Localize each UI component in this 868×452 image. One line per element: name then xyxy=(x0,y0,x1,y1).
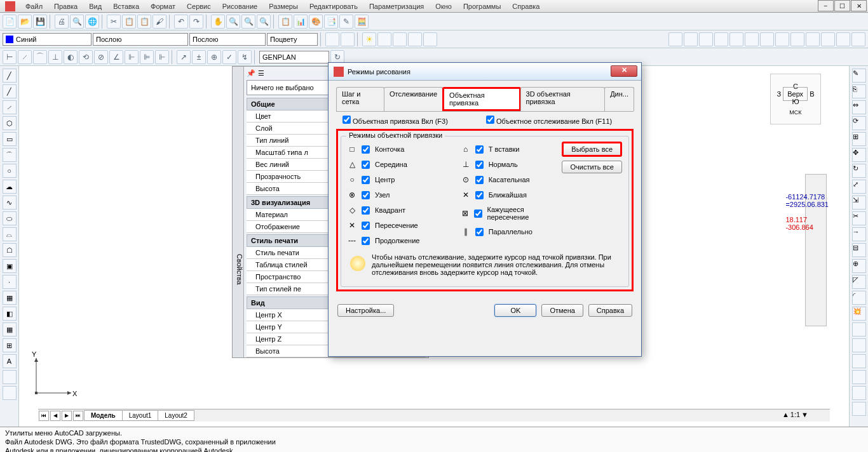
snap-r4-checkbox[interactable] xyxy=(474,209,482,218)
menu-service[interactable]: Сервис xyxy=(187,3,211,10)
scale-display[interactable]: 1:1 xyxy=(790,411,800,418)
calc-icon[interactable]: 🧮 xyxy=(355,15,369,29)
save-icon[interactable]: 💾 xyxy=(33,15,47,29)
snap-l6[interactable]: --- Продолжение xyxy=(348,233,442,248)
pan-icon[interactable]: ✋ xyxy=(211,15,225,29)
dim-aligned-icon[interactable]: ⟋ xyxy=(18,50,32,64)
snap-l0[interactable]: □ Конточка xyxy=(348,142,442,157)
menu-file[interactable]: Файл xyxy=(25,3,43,10)
move-icon[interactable]: ✥ xyxy=(852,148,866,162)
snap-l1[interactable]: △ Середина xyxy=(348,157,442,172)
view-cube[interactable]: С З Верх В Ю МСК xyxy=(770,74,821,124)
cancel-button[interactable]: Отмена xyxy=(541,304,583,317)
palette-pin-icon[interactable]: 📌 xyxy=(247,69,255,77)
maximize-button[interactable]: ☐ xyxy=(834,0,850,11)
dim-linear-icon[interactable]: ⊢ xyxy=(3,50,17,64)
stretch-icon[interactable]: ⇲ xyxy=(852,196,866,209)
mod-c[interactable] xyxy=(852,354,866,368)
clear-all-button[interactable]: Очистить все xyxy=(562,161,622,173)
prop-cx[interactable]: Центр X xyxy=(247,309,339,321)
text-icon[interactable]: A xyxy=(3,354,17,368)
status-tool3[interactable] xyxy=(835,409,846,420)
dim-cont-icon[interactable]: ⊩ xyxy=(155,50,169,64)
solids-9[interactable] xyxy=(790,32,804,46)
chamfer-icon[interactable]: ◸ xyxy=(852,275,866,289)
mirror-icon[interactable]: ⇔ xyxy=(852,100,866,114)
insert-icon[interactable]: ☖ xyxy=(3,243,17,257)
tool-b[interactable] xyxy=(3,386,17,400)
dim-cen-icon[interactable]: ⊕ xyxy=(207,50,221,64)
solids-12[interactable] xyxy=(836,32,850,46)
snap-r3-checkbox[interactable] xyxy=(475,191,484,199)
dim-arc-icon[interactable]: ⌒ xyxy=(33,50,47,64)
dim-insp-icon[interactable]: ✓ xyxy=(222,50,236,64)
solids-3[interactable] xyxy=(699,32,713,46)
solids-8[interactable] xyxy=(775,32,789,46)
prop-h2[interactable]: Высота xyxy=(247,345,339,357)
menu-format[interactable]: Формат xyxy=(151,3,175,10)
solids-11[interactable] xyxy=(821,32,835,46)
tool-x4[interactable] xyxy=(423,32,437,46)
preview-icon[interactable]: 🔍 xyxy=(70,15,84,29)
snap-l2[interactable]: ○ Центр xyxy=(348,172,442,187)
prop-ltype[interactable]: Тип линий xyxy=(247,135,339,146)
otrack-on-checkbox[interactable]: Объектное отслеживание Вкл (F11) xyxy=(486,116,612,125)
menu-draw[interactable]: Рисование xyxy=(222,3,257,10)
solids-2[interactable] xyxy=(684,32,698,46)
paste-icon[interactable]: 📋 xyxy=(137,15,151,29)
prop-color[interactable]: Цвет xyxy=(247,110,339,122)
dim-rad-icon[interactable]: ◐ xyxy=(64,50,78,64)
solids-1[interactable] xyxy=(668,32,682,46)
dim-ord-icon[interactable]: ⊥ xyxy=(48,50,62,64)
undo-icon[interactable]: ↶ xyxy=(174,15,188,29)
prop-ltscale[interactable]: Масштаб типа л xyxy=(247,147,339,158)
close-button[interactable]: ✕ xyxy=(851,0,867,11)
designcenter-icon[interactable]: 📊 xyxy=(294,15,308,29)
snap-r0[interactable]: ⌂ Т вставки xyxy=(461,142,556,157)
select-all-button[interactable]: Выбрать все xyxy=(562,142,622,157)
menu-dim[interactable]: Размеры xyxy=(269,3,298,10)
dim-leader-icon[interactable]: ↗ xyxy=(177,50,191,64)
tool-a[interactable] xyxy=(3,370,17,384)
palette-menu-icon[interactable]: ☰ xyxy=(258,69,264,77)
polygon-icon[interactable]: ⬡ xyxy=(3,116,17,130)
offset-icon[interactable]: ⟳ xyxy=(852,116,866,130)
menu-modify[interactable]: Редактировать xyxy=(309,3,358,10)
tab-first[interactable]: ⏮ xyxy=(39,411,49,421)
dim-quick-icon[interactable]: ⊩ xyxy=(125,50,139,64)
ray-icon[interactable]: ╱ xyxy=(3,84,17,98)
circle-icon[interactable]: ○ xyxy=(3,164,17,178)
prop-sp[interactable]: Пространство xyxy=(247,271,339,282)
snap-l4-checkbox[interactable] xyxy=(362,206,370,215)
spline-icon[interactable]: ∿ xyxy=(3,196,17,209)
scale-menu[interactable]: ▼ xyxy=(801,411,808,418)
rotate-icon[interactable]: ↻ xyxy=(852,164,866,178)
copy-icon[interactable]: 📋 xyxy=(122,15,136,29)
osnap-on-checkbox[interactable]: Объектная привязка Вкл (F3) xyxy=(342,116,448,125)
rect-icon[interactable]: ▭ xyxy=(3,132,17,146)
prop-layer[interactable]: Слой xyxy=(247,123,339,134)
status-tool2[interactable] xyxy=(822,409,834,420)
grad-icon[interactable]: ◧ xyxy=(3,307,17,321)
dim-dia-icon[interactable]: ⊘ xyxy=(94,50,108,64)
print-icon[interactable]: 🖨 xyxy=(55,15,69,29)
copy2-icon[interactable]: ⎘ xyxy=(852,84,866,98)
minimize-button[interactable]: − xyxy=(818,0,834,11)
snap-l1-checkbox[interactable] xyxy=(362,161,370,169)
snap-r5-checkbox[interactable] xyxy=(475,228,484,236)
prop-pt[interactable]: Тип стилей пе xyxy=(247,283,339,295)
dim-ang-icon[interactable]: ∠ xyxy=(109,50,123,64)
markup-icon[interactable]: ✎ xyxy=(339,15,353,29)
region-icon[interactable]: ▦ xyxy=(3,322,17,336)
tab-osnap[interactable]: Объектная привязка xyxy=(442,87,520,111)
hatch-icon[interactable]: ▦ xyxy=(3,291,17,305)
tab-layout2[interactable]: Layout2 xyxy=(158,410,194,421)
tab-next[interactable]: ▶ xyxy=(62,411,72,421)
prop-st[interactable]: Таблица стилей xyxy=(247,259,339,270)
solids-7[interactable] xyxy=(760,32,774,46)
rev-icon[interactable]: ☁ xyxy=(3,180,17,194)
props-icon[interactable]: 📋 xyxy=(278,15,292,29)
point-icon[interactable]: ∙ xyxy=(3,275,17,289)
extend-icon[interactable]: → xyxy=(852,227,866,241)
tool-x1[interactable] xyxy=(377,32,391,46)
